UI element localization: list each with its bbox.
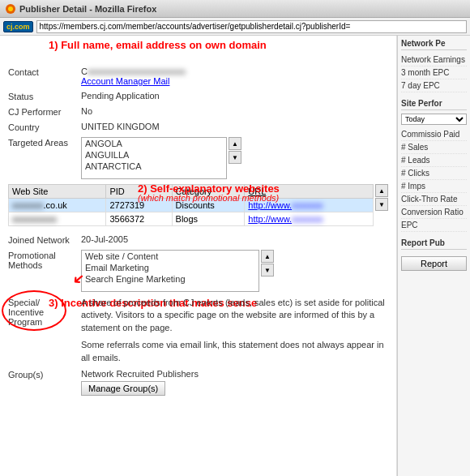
account-manager-link[interactable]: Account Manager Mail [81, 76, 169, 86]
country-row: Country UNITED KINGDOM [8, 122, 388, 132]
status-value: Pending Application [81, 91, 388, 101]
annotation-2-container: 2) Self-explanatory websites (which matc… [113, 182, 280, 203]
sidebar-item-leads: # Leads [401, 154, 467, 167]
list-item: Search Engine Marketing [82, 273, 258, 285]
special-label: Special/ Incentive Program [8, 297, 81, 327]
site-performance-title: Site Perfor [401, 99, 467, 110]
joined-label: Joined Network [8, 234, 81, 245]
contact-value: Cxxxxxxxxxxxxxxxxxxxxxx Account Manager … [81, 66, 388, 86]
site-blurred: xxxxxxx [12, 200, 44, 210]
table-row[interactable]: xxxxxxxxxx 3566372 Blogs http://www.xxxx… [9, 212, 374, 226]
address-bar: cj.com [0, 18, 470, 36]
address-input[interactable] [36, 20, 467, 33]
network-section: Network Pe Network Earnings 3 month EPC … [401, 39, 467, 92]
promo-scroll-controls: ▲ ▼ [261, 250, 274, 277]
cell-site: xxxxxxxxxx [9, 212, 106, 226]
table-scroll-up[interactable]: ▲ [375, 184, 388, 197]
cj-logo: cj.com [3, 21, 33, 32]
main-layout: 1) Full name, email address on own domai… [0, 36, 470, 476]
joined-row: Joined Network 20-Jul-2005 [8, 234, 388, 245]
url-link[interactable]: http://www.xxxxxxx [248, 214, 323, 224]
annotation-1: 1) Full name, email address on own domai… [49, 39, 267, 51]
status-label: Status [8, 91, 81, 101]
table-scroll-down[interactable]: ▼ [375, 198, 388, 211]
report-button[interactable]: Report [401, 256, 467, 271]
website-table-container: Web Site PID Category URL xxxxxxx.co.uk … [8, 184, 388, 229]
cell-category: Blogs [172, 212, 245, 226]
cell-pid: 3566372 [106, 212, 172, 226]
promo-methods-listbox[interactable]: Web site / Content Email Marketing Searc… [81, 250, 259, 292]
special-text-1: A share of proceeds from CJ events (lead… [81, 297, 388, 334]
special-incentive-value: A share of proceeds from CJ events (lead… [81, 297, 388, 364]
promo-listbox-wrapper: Web site / Content Email Marketing Searc… [81, 250, 388, 292]
country-label: Country [8, 122, 81, 132]
sidebar-item-epc: EPC [401, 219, 467, 232]
targeted-listbox-wrapper: ANGOLA ANGUILLA ANTARCTICA ▲ ▼ [81, 137, 388, 179]
targeted-areas-label: Targeted Areas [8, 137, 81, 148]
cell-url: http://www.xxxxxxx [245, 212, 374, 226]
groups-label: Group(s) [8, 369, 81, 380]
promo-value: Web site / Content Email Marketing Searc… [81, 250, 388, 292]
sidebar-item-sales: # Sales [401, 141, 467, 154]
sidebar-item-network-earnings: Network Earnings [401, 54, 467, 66]
special-text-2: Some referrals come via email link, this… [81, 339, 388, 364]
list-item: Email Marketing [82, 262, 258, 273]
promo-label-text: Promotional [8, 251, 56, 260]
annotation-2-sub: (which match promotional methods) [138, 193, 280, 203]
cell-site: xxxxxxx.co.uk [9, 199, 106, 212]
table-scroll-controls: ▲ ▼ [375, 184, 388, 211]
targeted-areas-listbox[interactable]: ANGOLA ANGUILLA ANTARCTICA [81, 137, 227, 179]
sidebar-item-clickthrough: Click-Thro Rate [401, 193, 467, 206]
col-website: Web Site [9, 185, 106, 199]
title-bar: Publisher Detail - Mozilla Firefox [0, 0, 470, 18]
targeted-areas-value: ANGOLA ANGUILLA ANTARCTICA ▲ ▼ [81, 137, 388, 179]
promo-row: Promotional Methods Web site / Content E… [8, 250, 388, 292]
cj-performer-value: No [81, 106, 388, 116]
manage-groups-button[interactable]: Manage Group(s) [81, 381, 165, 396]
contact-label: Contact [8, 66, 81, 77]
svg-point-1 [8, 6, 13, 11]
scroll-up-btn[interactable]: ▲ [229, 137, 241, 150]
today-dropdown[interactable]: Today [401, 114, 467, 125]
cj-performer-row: CJ Performer No [8, 106, 388, 117]
list-item: ANTARCTICA [82, 161, 226, 172]
groups-value-text: Network Recruited Publishers [81, 369, 388, 379]
sidebar-item-3month-epc: 3 month EPC [401, 66, 467, 79]
report-title: Report Pub [401, 238, 467, 250]
sidebar-item-clicks: # Clicks [401, 167, 467, 180]
status-row: Status Pending Application [8, 91, 388, 101]
promo-scroll-down[interactable]: ▼ [261, 264, 274, 277]
network-title: Network Pe [401, 39, 467, 50]
sidebar-item-imps: # Imps [401, 180, 467, 193]
contact-text: C [81, 66, 88, 76]
site-blurred: xxxxxxxxxx [12, 214, 57, 224]
joined-value: 20-Jul-2005 [81, 234, 388, 244]
contact-row: Contact Cxxxxxxxxxxxxxxxxxxxxxx Account … [8, 66, 388, 86]
window-title: Publisher Detail - Mozilla Firefox [19, 4, 156, 14]
groups-row: Group(s) Network Recruited Publishers Ma… [8, 369, 388, 396]
contact-blurred: xxxxxxxxxxxxxxxxxxxxxx [88, 66, 186, 76]
special-label-text: Special/ [8, 298, 40, 307]
list-item: ANGUILLA [82, 149, 226, 161]
promo-label: Promotional Methods [8, 250, 81, 270]
site-performance-section: Site Perfor Today Commissio Paid # Sales… [401, 99, 467, 232]
targeted-areas-row: Targeted Areas ANGOLA ANGUILLA ANTARCTIC… [8, 137, 388, 179]
promo-scroll-up[interactable]: ▲ [261, 250, 274, 263]
special-incentive-row: Special/ Incentive Program A share of pr… [8, 297, 388, 364]
incentive-label-text: Incentive [8, 307, 44, 317]
right-sidebar: Network Pe Network Earnings 3 month EPC … [397, 36, 470, 476]
sidebar-item-conversion: Conversion Ratio [401, 206, 467, 219]
content-area: 1) Full name, email address on own domai… [0, 36, 397, 476]
firefox-icon [5, 3, 16, 15]
groups-value: Network Recruited Publishers Manage Grou… [81, 369, 388, 396]
cj-performer-label: CJ Performer [8, 106, 81, 117]
list-item: Web site / Content [82, 251, 258, 262]
list-item: ANGOLA [82, 138, 226, 149]
country-value: UNITED KINGDOM [81, 122, 388, 131]
targeted-scroll-controls: ▲ ▼ [229, 137, 241, 164]
program-label-text: Program [8, 317, 42, 327]
sidebar-item-7day-epc: 7 day EPC [401, 79, 467, 92]
promo-label-text2: Methods [8, 260, 42, 270]
sidebar-item-commission: Commissio Paid [401, 128, 467, 141]
scroll-down-btn[interactable]: ▼ [229, 151, 241, 164]
